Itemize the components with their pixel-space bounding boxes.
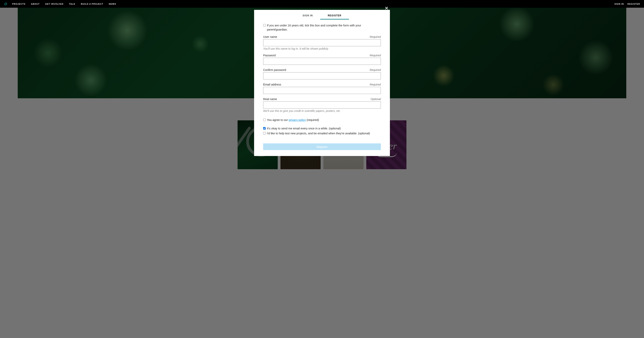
site-logo[interactable] [4, 2, 8, 6]
register-form: If you are under 16 years old, tick this… [254, 20, 390, 156]
nav-about[interactable]: About [31, 3, 40, 5]
privacy-checkbox[interactable] [263, 119, 266, 121]
email-input[interactable] [263, 87, 381, 94]
username-input[interactable] [263, 39, 381, 46]
beta-optin-checkbox[interactable] [263, 132, 266, 135]
logo-icon [4, 2, 8, 6]
beta-optin-label: I'd like to help test new projects, and … [267, 131, 370, 136]
register-submit-button[interactable]: Register [263, 143, 381, 150]
username-required: Required [370, 35, 381, 39]
confirm-password-input[interactable] [263, 72, 381, 79]
primary-nav: Projects About Get Involved Talk Build a… [12, 3, 116, 5]
privacy-pre: You agree to our [267, 118, 289, 122]
privacy-label: You agree to our privacy policy (require… [267, 118, 319, 122]
confirm-password-field-group: Confirm password Required [263, 68, 381, 79]
under16-row[interactable]: If you are under 16 years old, tick this… [263, 24, 381, 32]
close-icon: ✕ [384, 6, 388, 11]
tab-register[interactable]: Register [320, 14, 349, 20]
top-navbar: Projects About Get Involved Talk Build a… [0, 0, 644, 8]
realname-helper: We'll use this to give you credit in sci… [263, 109, 381, 113]
username-label: User name [263, 35, 277, 39]
realname-field-group: Real name Optional We'll use this to giv… [263, 98, 381, 113]
realname-optional: Optional [370, 98, 381, 101]
password-field-group: Password Required [263, 54, 381, 65]
nav-get-involved[interactable]: Get Involved [45, 3, 64, 5]
email-label: Email address [263, 83, 281, 86]
privacy-post: (required) [306, 118, 319, 122]
confirm-password-required: Required [370, 68, 381, 72]
nav-register[interactable]: Register [628, 3, 640, 5]
email-optin-label: It's okay to send me email every once in… [267, 126, 341, 131]
realname-input[interactable] [263, 101, 381, 109]
modal-close-button[interactable]: ✕ [384, 6, 389, 11]
auth-tabs: Sign in Register [254, 10, 390, 20]
username-helper: You'll use this name to log in. It will … [263, 47, 381, 50]
email-required: Required [370, 83, 381, 86]
email-optin-checkbox[interactable] [263, 127, 266, 130]
auth-modal: ✕ Sign in Register If you are under 16 y… [254, 10, 390, 156]
under16-label: If you are under 16 years old, tick this… [267, 24, 381, 32]
beta-optin-row[interactable]: I'd like to help test new projects, and … [263, 131, 381, 136]
auth-links: Sign in Register [614, 3, 640, 5]
nav-build[interactable]: Build a Project [81, 3, 103, 5]
under16-checkbox[interactable] [263, 24, 266, 27]
confirm-password-label: Confirm password [263, 68, 286, 72]
password-input[interactable] [263, 58, 381, 65]
tab-sign-in[interactable]: Sign in [295, 14, 320, 20]
email-field-group: Email address Required [263, 83, 381, 94]
privacy-policy-link[interactable]: privacy policy [289, 118, 306, 122]
nav-sign-in[interactable]: Sign in [614, 3, 624, 5]
username-field-group: User name Required You'll use this name … [263, 35, 381, 50]
email-optin-row[interactable]: It's okay to send me email every once in… [263, 126, 381, 131]
password-label: Password [263, 54, 276, 57]
privacy-row[interactable]: You agree to our privacy policy (require… [263, 118, 381, 122]
nav-talk[interactable]: Talk [69, 3, 76, 5]
realname-label: Real name [263, 98, 277, 101]
nav-news[interactable]: News [109, 3, 116, 5]
password-required: Required [370, 54, 381, 57]
nav-projects[interactable]: Projects [12, 3, 26, 5]
